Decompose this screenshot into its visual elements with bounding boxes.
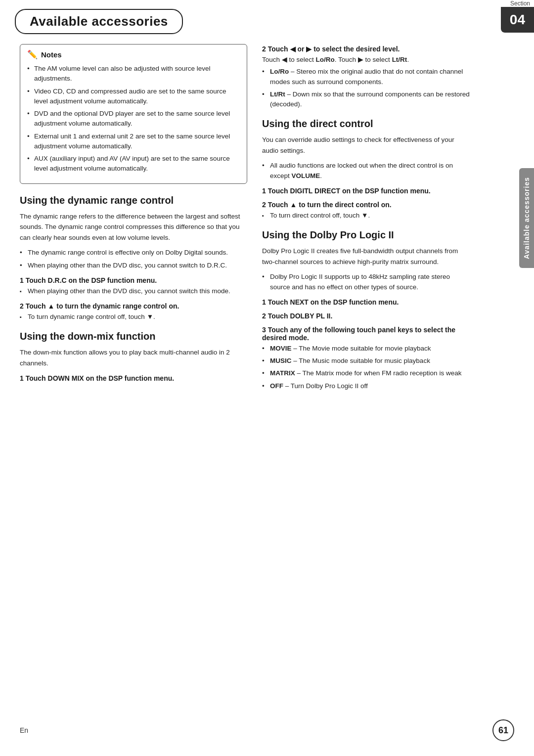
downmix-step1: 1 Touch DOWN MIX on the DSP function men… — [20, 374, 247, 382]
downmix-body: The down-mix function allows you to play… — [20, 347, 247, 368]
side-tab: Available accessories — [519, 168, 534, 268]
list-item: When playing other than the DVD disc, yo… — [20, 286, 247, 296]
list-item: Video CD, CD and compressed audio are se… — [27, 87, 240, 107]
list-item: Lt/Rt – Down mix so that the surround co… — [262, 89, 470, 110]
notes-header: ✏️ Notes — [27, 49, 240, 60]
main-content: ✏️ Notes The AM volume level can also be… — [0, 34, 534, 411]
dolby-step1: 1 Touch NEXT on the DSP function menu. — [262, 298, 470, 306]
list-item: OFF – Turn Dolby Pro Logic II off — [262, 381, 470, 391]
dolby-mode-bullets: MOVIE – The Movie mode suitable for movi… — [262, 344, 470, 391]
list-item: Dolby Pro Logic II supports up to 48kHz … — [262, 272, 470, 292]
right-column: 2 Touch ◀ or ▶ to select the desired lev… — [262, 39, 490, 396]
list-item: The dynamic range control is effective o… — [20, 248, 247, 258]
list-item: DVD and the optional DVD player are set … — [27, 109, 240, 129]
notes-label: Notes — [41, 50, 62, 59]
direct-control-step1: 1 Touch DIGITL DIRECT on the DSP functio… — [262, 187, 470, 195]
page-number: 61 — [492, 719, 514, 741]
notes-list: The AM volume level can also be adjusted… — [27, 64, 240, 174]
list-item: MATRIX – The Matrix mode for when FM rad… — [262, 368, 470, 378]
pencil-icon: ✏️ — [27, 49, 38, 60]
notes-box: ✏️ Notes The AM volume level can also be… — [20, 44, 247, 184]
footer-lang: En — [20, 726, 28, 734]
dynamic-range-step2: 2 Touch ▲ to turn the dynamic range cont… — [20, 302, 247, 310]
direct-control-heading: Using the direct control — [262, 118, 470, 130]
list-item: Lo/Ro – Stereo mix the original audio th… — [262, 67, 470, 87]
dolby-step2: 2 Touch DOLBY PL II. — [262, 312, 470, 320]
dynamic-range-step2-notes: To turn dynamic range control off, touch… — [20, 312, 247, 322]
direct-control-body: You can override audio settings to check… — [262, 134, 470, 156]
dolby-body: Dolby Pro Logic II creates five full-ban… — [262, 246, 470, 267]
downmix-section: Using the down-mix function The down-mix… — [20, 331, 247, 382]
direct-control-bullets: All audio functions are locked out when … — [262, 161, 470, 181]
dolby-section: Using the Dolby Pro Logic II Dolby Pro L… — [262, 229, 470, 391]
page-title: Available accessories — [15, 9, 183, 34]
list-item: The AM volume level can also be adjusted… — [27, 64, 240, 84]
direct-control-step2-notes: To turn direct control off, touch ▼. — [262, 211, 470, 221]
dolby-heading: Using the Dolby Pro Logic II — [262, 229, 470, 241]
downmix-heading: Using the down-mix function — [20, 331, 247, 342]
page-container: Section 04 Available accessories Availab… — [0, 0, 534, 756]
dynamic-range-heading: Using the dynamic range control — [20, 195, 247, 206]
dynamic-range-step1: 1 Touch D.R.C on the DSP function menu. — [20, 276, 247, 284]
dynamic-range-body: The dynamic range refers to the differen… — [20, 211, 247, 243]
list-item: MUSIC – The Music mode suitable for musi… — [262, 356, 470, 366]
list-item: MOVIE – The Movie mode suitable for movi… — [262, 344, 470, 354]
select-level-body: Touch ◀ to select Lo/Ro. Touch ▶ to sele… — [262, 55, 470, 65]
select-level-step: 2 Touch ◀ or ▶ to select the desired lev… — [262, 45, 470, 53]
dynamic-range-bullets: The dynamic range control is effective o… — [20, 248, 247, 270]
dynamic-range-section: Using the dynamic range control The dyna… — [20, 195, 247, 322]
direct-control-section: Using the direct control You can overrid… — [262, 118, 470, 221]
direct-control-step2: 2 Touch ▲ to turn the direct control on. — [262, 201, 470, 209]
select-level-bullets: Lo/Ro – Stereo mix the original audio th… — [262, 67, 470, 109]
page-footer: En 61 — [0, 714, 534, 751]
left-column: ✏️ Notes The AM volume level can also be… — [20, 39, 247, 396]
list-item: To turn direct control off, touch ▼. — [262, 211, 470, 221]
list-item: External unit 1 and external unit 2 are … — [27, 132, 240, 152]
list-item: When playing other than the DVD disc, yo… — [20, 261, 247, 270]
list-item: All audio functions are locked out when … — [262, 161, 470, 181]
list-item: To turn dynamic range control off, touch… — [20, 312, 247, 322]
page-header: Available accessories — [0, 0, 534, 34]
select-level-section: 2 Touch ◀ or ▶ to select the desired lev… — [262, 45, 470, 109]
dynamic-range-step1-notes: When playing other than the DVD disc, yo… — [20, 286, 247, 296]
list-item: AUX (auxiliary input) and AV (AV input) … — [27, 154, 240, 174]
dolby-bullets: Dolby Pro Logic II supports up to 48kHz … — [262, 272, 470, 292]
dolby-step3: 3 Touch any of the following touch panel… — [262, 326, 470, 342]
